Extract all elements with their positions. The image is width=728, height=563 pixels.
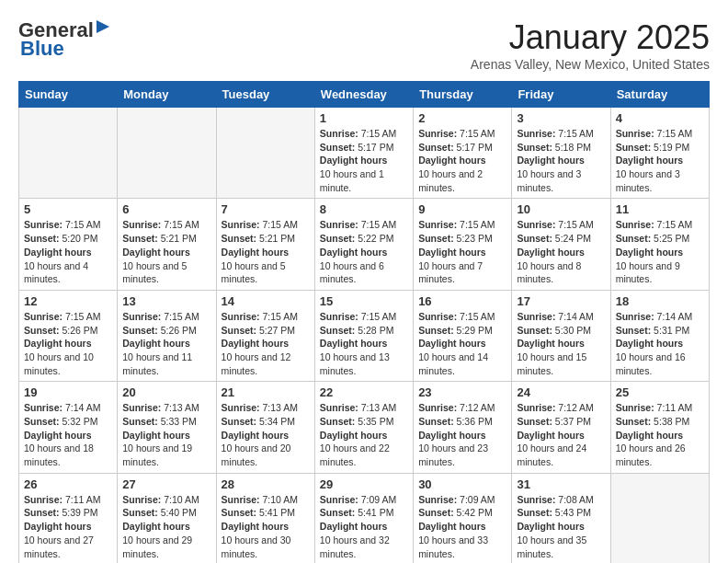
- day-number: 26: [24, 477, 112, 491]
- header-thursday: Thursday: [414, 82, 512, 108]
- day-info: Sunrise: 7:10 AMSunset: 5:41 PMDaylight …: [222, 493, 310, 560]
- table-row: 22Sunrise: 7:13 AMSunset: 5:35 PMDayligh…: [314, 382, 413, 473]
- table-row: 7Sunrise: 7:15 AMSunset: 5:21 PMDaylight…: [216, 199, 314, 290]
- logo: General Blue: [18, 18, 113, 61]
- day-info: Sunrise: 7:15 AMSunset: 5:25 PMDaylight …: [616, 218, 704, 285]
- day-number: 3: [517, 111, 605, 125]
- day-info: Sunrise: 7:15 AMSunset: 5:28 PMDaylight …: [320, 310, 408, 377]
- table-row: [216, 108, 314, 199]
- day-number: 29: [320, 477, 408, 491]
- day-number: 14: [222, 294, 310, 308]
- table-row: 17Sunrise: 7:14 AMSunset: 5:30 PMDayligh…: [512, 290, 610, 381]
- day-info: Sunrise: 7:11 AMSunset: 5:39 PMDaylight …: [24, 493, 112, 560]
- table-row: 16Sunrise: 7:15 AMSunset: 5:29 PMDayligh…: [414, 290, 512, 381]
- table-row: 25Sunrise: 7:11 AMSunset: 5:38 PMDayligh…: [610, 382, 709, 473]
- table-row: 24Sunrise: 7:12 AMSunset: 5:37 PMDayligh…: [512, 382, 610, 473]
- day-number: 7: [222, 202, 310, 216]
- table-row: [118, 108, 216, 199]
- table-row: 8Sunrise: 7:15 AMSunset: 5:22 PMDaylight…: [314, 199, 413, 290]
- day-number: 10: [517, 202, 605, 216]
- day-number: 8: [320, 202, 408, 216]
- day-info: Sunrise: 7:15 AMSunset: 5:22 PMDaylight …: [320, 218, 408, 285]
- table-row: 12Sunrise: 7:15 AMSunset: 5:26 PMDayligh…: [19, 290, 118, 381]
- day-info: Sunrise: 7:15 AMSunset: 5:19 PMDaylight …: [616, 127, 704, 194]
- day-number: 22: [320, 385, 408, 399]
- day-number: 30: [418, 477, 506, 491]
- day-info: Sunrise: 7:15 AMSunset: 5:26 PMDaylight …: [24, 310, 112, 377]
- table-row: 13Sunrise: 7:15 AMSunset: 5:26 PMDayligh…: [118, 290, 216, 381]
- table-row: 11Sunrise: 7:15 AMSunset: 5:25 PMDayligh…: [610, 199, 709, 290]
- day-number: 12: [24, 294, 112, 308]
- table-row: 30Sunrise: 7:09 AMSunset: 5:42 PMDayligh…: [414, 473, 512, 563]
- day-info: Sunrise: 7:15 AMSunset: 5:17 PMDaylight …: [418, 127, 506, 194]
- table-row: 18Sunrise: 7:14 AMSunset: 5:31 PMDayligh…: [610, 290, 709, 381]
- table-row: 5Sunrise: 7:15 AMSunset: 5:20 PMDaylight…: [19, 199, 118, 290]
- title-section: January 2025 Arenas Valley, New Mexico, …: [471, 18, 710, 72]
- header-friday: Friday: [512, 82, 610, 108]
- day-number: 13: [122, 294, 210, 308]
- day-info: Sunrise: 7:15 AMSunset: 5:17 PMDaylight …: [320, 127, 408, 194]
- day-number: 20: [122, 385, 210, 399]
- table-row: 27Sunrise: 7:10 AMSunset: 5:40 PMDayligh…: [118, 473, 216, 563]
- day-number: 25: [616, 385, 704, 399]
- day-number: 19: [24, 385, 112, 399]
- day-number: 17: [517, 294, 605, 308]
- header-monday: Monday: [118, 82, 216, 108]
- svg-marker-0: [97, 20, 109, 33]
- table-row: 15Sunrise: 7:15 AMSunset: 5:28 PMDayligh…: [314, 290, 413, 381]
- calendar-week-row: 12Sunrise: 7:15 AMSunset: 5:26 PMDayligh…: [19, 290, 710, 381]
- header-tuesday: Tuesday: [216, 82, 314, 108]
- logo-arrow-icon: [97, 18, 113, 35]
- location-subtitle: Arenas Valley, New Mexico, United States: [471, 57, 710, 72]
- logo-blue: Blue: [20, 37, 64, 61]
- table-row: 9Sunrise: 7:15 AMSunset: 5:23 PMDaylight…: [414, 199, 512, 290]
- page-header: General Blue January 2025 Arenas Valley,…: [18, 18, 710, 72]
- table-row: 2Sunrise: 7:15 AMSunset: 5:17 PMDaylight…: [414, 108, 512, 199]
- day-number: 5: [24, 202, 112, 216]
- day-number: 15: [320, 294, 408, 308]
- month-title: January 2025: [471, 18, 710, 57]
- table-row: 10Sunrise: 7:15 AMSunset: 5:24 PMDayligh…: [512, 199, 610, 290]
- day-info: Sunrise: 7:14 AMSunset: 5:31 PMDaylight …: [616, 310, 704, 377]
- day-info: Sunrise: 7:14 AMSunset: 5:32 PMDaylight …: [24, 401, 112, 468]
- day-info: Sunrise: 7:14 AMSunset: 5:30 PMDaylight …: [517, 310, 605, 377]
- header-saturday: Saturday: [610, 82, 709, 108]
- day-info: Sunrise: 7:15 AMSunset: 5:23 PMDaylight …: [418, 218, 506, 285]
- day-info: Sunrise: 7:11 AMSunset: 5:38 PMDaylight …: [616, 401, 704, 468]
- day-number: 16: [418, 294, 506, 308]
- day-info: Sunrise: 7:08 AMSunset: 5:43 PMDaylight …: [517, 493, 605, 560]
- day-info: Sunrise: 7:13 AMSunset: 5:34 PMDaylight …: [222, 401, 310, 468]
- day-info: Sunrise: 7:13 AMSunset: 5:35 PMDaylight …: [320, 401, 408, 468]
- table-row: 19Sunrise: 7:14 AMSunset: 5:32 PMDayligh…: [19, 382, 118, 473]
- table-row: 21Sunrise: 7:13 AMSunset: 5:34 PMDayligh…: [216, 382, 314, 473]
- day-number: 11: [616, 202, 704, 216]
- table-row: 31Sunrise: 7:08 AMSunset: 5:43 PMDayligh…: [512, 473, 610, 563]
- day-number: 6: [122, 202, 210, 216]
- day-info: Sunrise: 7:15 AMSunset: 5:20 PMDaylight …: [24, 218, 112, 285]
- day-number: 24: [517, 385, 605, 399]
- header-wednesday: Wednesday: [314, 82, 413, 108]
- day-info: Sunrise: 7:15 AMSunset: 5:29 PMDaylight …: [418, 310, 506, 377]
- calendar-week-row: 19Sunrise: 7:14 AMSunset: 5:32 PMDayligh…: [19, 382, 710, 473]
- table-row: 23Sunrise: 7:12 AMSunset: 5:36 PMDayligh…: [414, 382, 512, 473]
- table-row: 28Sunrise: 7:10 AMSunset: 5:41 PMDayligh…: [216, 473, 314, 563]
- day-number: 27: [122, 477, 210, 491]
- table-row: 14Sunrise: 7:15 AMSunset: 5:27 PMDayligh…: [216, 290, 314, 381]
- day-info: Sunrise: 7:15 AMSunset: 5:21 PMDaylight …: [222, 218, 310, 285]
- day-info: Sunrise: 7:12 AMSunset: 5:36 PMDaylight …: [418, 401, 506, 468]
- day-info: Sunrise: 7:15 AMSunset: 5:18 PMDaylight …: [517, 127, 605, 194]
- day-info: Sunrise: 7:15 AMSunset: 5:21 PMDaylight …: [122, 218, 210, 285]
- table-row: 1Sunrise: 7:15 AMSunset: 5:17 PMDaylight…: [314, 108, 413, 199]
- calendar-week-row: 5Sunrise: 7:15 AMSunset: 5:20 PMDaylight…: [19, 199, 710, 290]
- day-info: Sunrise: 7:09 AMSunset: 5:41 PMDaylight …: [320, 493, 408, 560]
- table-row: [19, 108, 118, 199]
- table-row: 29Sunrise: 7:09 AMSunset: 5:41 PMDayligh…: [314, 473, 413, 563]
- calendar-header-row: Sunday Monday Tuesday Wednesday Thursday…: [19, 82, 710, 108]
- day-number: 28: [222, 477, 310, 491]
- day-number: 23: [418, 385, 506, 399]
- day-info: Sunrise: 7:09 AMSunset: 5:42 PMDaylight …: [418, 493, 506, 560]
- day-info: Sunrise: 7:15 AMSunset: 5:24 PMDaylight …: [517, 218, 605, 285]
- table-row: 26Sunrise: 7:11 AMSunset: 5:39 PMDayligh…: [19, 473, 118, 563]
- day-number: 1: [320, 111, 408, 125]
- header-sunday: Sunday: [19, 82, 118, 108]
